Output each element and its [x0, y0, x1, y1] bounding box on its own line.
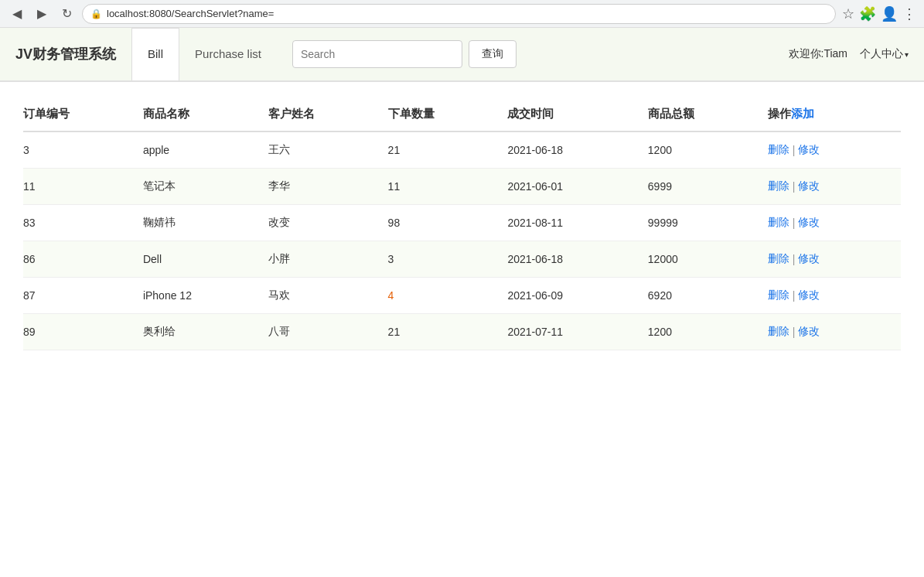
cell-customer-name: 改变 — [268, 205, 388, 241]
chevron-down-icon: ▾ — [905, 50, 909, 59]
table-row: 3 apple 王六 21 2021-06-18 1200 删除 | 修改 — [23, 131, 901, 169]
table-row: 86 Dell 小胖 3 2021-06-18 12000 删除 | 修改 — [23, 241, 901, 278]
cell-product-name: 笔记本 — [143, 169, 268, 205]
search-button[interactable]: 查询 — [469, 40, 517, 68]
action-separator: | — [793, 217, 796, 229]
cell-total: 12000 — [648, 241, 768, 278]
action-separator: | — [793, 289, 796, 302]
back-button[interactable]: ◀ — [8, 5, 26, 23]
cell-customer-name: 八哥 — [268, 314, 388, 350]
cell-customer-name: 王六 — [268, 131, 388, 169]
cell-total: 6999 — [648, 169, 768, 205]
delete-button[interactable]: 删除 — [768, 288, 789, 302]
edit-button[interactable]: 修改 — [798, 288, 820, 302]
cell-product-name: 鞠婧祎 — [143, 205, 268, 241]
search-input[interactable] — [292, 40, 462, 68]
cell-order-id: 89 — [23, 314, 143, 350]
cell-customer-name: 马欢 — [268, 278, 388, 314]
action-separator: | — [793, 144, 796, 156]
cell-total: 1200 — [648, 131, 768, 169]
cell-order-id: 87 — [23, 278, 143, 314]
cell-quantity: 4 — [388, 278, 508, 314]
cell-date: 2021-06-18 — [507, 131, 647, 169]
cell-action: 删除 | 修改 — [768, 131, 901, 169]
edit-button[interactable]: 修改 — [798, 143, 820, 157]
cell-order-id: 3 — [23, 131, 143, 169]
cell-order-id: 83 — [23, 205, 143, 241]
delete-button[interactable]: 删除 — [768, 179, 789, 193]
cell-total: 99999 — [648, 205, 768, 241]
tab-purchase-list[interactable]: Purchase list — [179, 28, 277, 80]
cell-quantity: 21 — [388, 314, 508, 350]
extension-icon[interactable]: 🧩 — [859, 5, 876, 22]
delete-button[interactable]: 删除 — [768, 252, 789, 266]
nav-tabs: Bill Purchase list — [131, 28, 277, 80]
cell-quantity: 3 — [388, 241, 508, 278]
action-separator: | — [793, 326, 796, 338]
browser-chrome: ◀ ▶ ↻ 🔒 localhost:8080/SearchServlet?nam… — [0, 0, 924, 28]
welcome-text: 欢迎你:Tiam — [789, 47, 847, 61]
menu-icon[interactable]: ⋮ — [902, 5, 916, 22]
add-link[interactable]: 添加 — [791, 107, 814, 120]
action-separator: | — [793, 253, 796, 265]
orders-table: 订单编号 商品名称 客户姓名 下单数量 成交时间 商品总额 操作 — [23, 97, 901, 350]
cell-quantity: 98 — [388, 205, 508, 241]
cell-action: 删除 | 修改 — [768, 205, 901, 241]
col-header-action: 操作添加 — [768, 97, 901, 131]
cell-date: 2021-06-01 — [507, 169, 647, 205]
delete-button[interactable]: 删除 — [768, 143, 789, 157]
address-bar[interactable]: 🔒 localhost:8080/SearchServlet?name= — [82, 4, 836, 24]
cell-date: 2021-06-09 — [507, 278, 647, 314]
cell-order-id: 11 — [23, 169, 143, 205]
browser-actions: ☆ 🧩 👤 ⋮ — [842, 5, 916, 22]
cell-date: 2021-07-11 — [507, 314, 647, 350]
reload-button[interactable]: ↻ — [57, 5, 76, 23]
table-row: 89 奥利给 八哥 21 2021-07-11 1200 删除 | 修改 — [23, 314, 901, 350]
table-row: 83 鞠婧祎 改变 98 2021-08-11 99999 删除 | 修改 — [23, 205, 901, 241]
edit-button[interactable]: 修改 — [798, 252, 820, 266]
cell-action: 删除 | 修改 — [768, 278, 901, 314]
edit-button[interactable]: 修改 — [798, 216, 820, 230]
url-text: localhost:8080/SearchServlet?name= — [107, 8, 274, 19]
app-logo: JV财务管理系统 — [15, 45, 116, 63]
search-area: 查询 — [292, 40, 517, 68]
forward-button[interactable]: ▶ — [32, 5, 51, 23]
table-row: 87 iPhone 12 马欢 4 2021-06-09 6920 删除 | 修… — [23, 278, 901, 314]
cell-order-id: 86 — [23, 241, 143, 278]
edit-button[interactable]: 修改 — [798, 179, 820, 193]
col-header-customer-name: 客户姓名 — [268, 97, 388, 131]
edit-button[interactable]: 修改 — [798, 325, 820, 339]
lock-icon: 🔒 — [90, 9, 102, 19]
cell-quantity: 21 — [388, 131, 508, 169]
tab-bill[interactable]: Bill — [131, 28, 179, 80]
col-header-total: 商品总额 — [648, 97, 768, 131]
cell-product-name: 奥利给 — [143, 314, 268, 350]
app-header: JV财务管理系统 Bill Purchase list 查询 欢迎你:Tiam … — [0, 28, 924, 82]
cell-customer-name: 小胖 — [268, 241, 388, 278]
delete-button[interactable]: 删除 — [768, 325, 789, 339]
cell-total: 6920 — [648, 278, 768, 314]
table-row: 11 笔记本 李华 11 2021-06-01 6999 删除 | 修改 — [23, 169, 901, 205]
table-header-row: 订单编号 商品名称 客户姓名 下单数量 成交时间 商品总额 操作 — [23, 97, 901, 131]
cell-quantity: 11 — [388, 169, 508, 205]
cell-product-name: iPhone 12 — [143, 278, 268, 314]
star-icon[interactable]: ☆ — [842, 5, 854, 22]
cell-action: 删除 | 修改 — [768, 241, 901, 278]
cell-total: 1200 — [648, 314, 768, 350]
cell-action: 删除 | 修改 — [768, 169, 901, 205]
cell-date: 2021-08-11 — [507, 205, 647, 241]
action-separator: | — [793, 180, 796, 193]
col-header-date: 成交时间 — [507, 97, 647, 131]
header-right: 欢迎你:Tiam 个人中心 ▾ — [789, 47, 909, 61]
cell-action: 删除 | 修改 — [768, 314, 901, 350]
cell-product-name: apple — [143, 131, 268, 169]
cell-date: 2021-06-18 — [507, 241, 647, 278]
col-header-quantity: 下单数量 — [388, 97, 508, 131]
user-center-label: 个人中心 — [860, 47, 903, 61]
col-header-order-id: 订单编号 — [23, 97, 143, 131]
delete-button[interactable]: 删除 — [768, 216, 789, 230]
main-content: 订单编号 商品名称 客户姓名 下单数量 成交时间 商品总额 操作 — [0, 82, 924, 366]
avatar-icon[interactable]: 👤 — [881, 5, 898, 22]
cell-customer-name: 李华 — [268, 169, 388, 205]
user-center-dropdown[interactable]: 个人中心 ▾ — [860, 47, 909, 61]
